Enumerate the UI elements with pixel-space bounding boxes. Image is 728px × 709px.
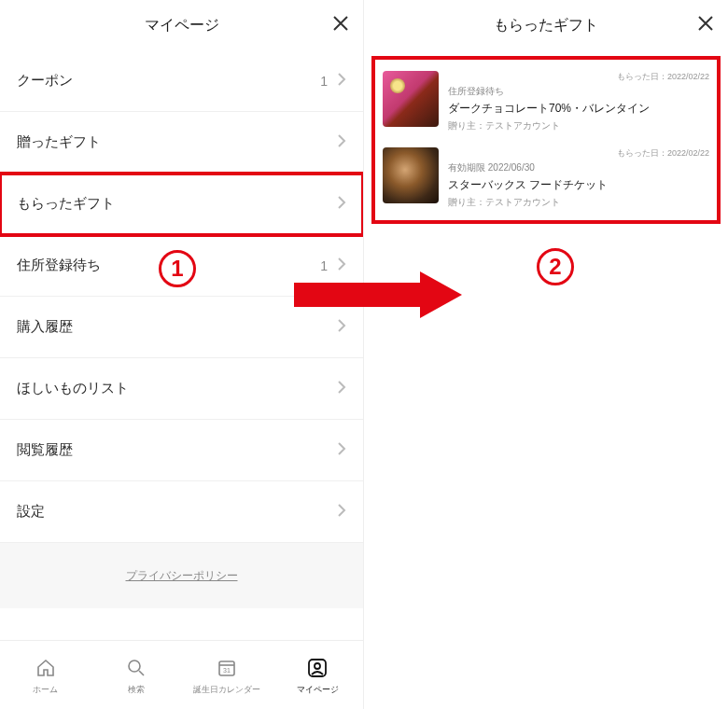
mypage-panel: マイページ クーポン 1 贈ったギフト もらったギフト 住所登録待ち 1 購入履… <box>0 0 364 709</box>
row-count: 1 <box>320 258 328 273</box>
gift-sender: 贈り主：テストアカウント <box>448 119 709 132</box>
gift-body: もらった日：2022/02/22 住所登録待ち ダークチョコレート70%・バレン… <box>448 71 709 132</box>
gift-received-date: もらった日：2022/02/22 <box>448 147 709 160</box>
row-label: 購入履歴 <box>17 318 337 336</box>
header: マイページ <box>0 0 363 50</box>
gift-thumbnail <box>383 71 439 127</box>
row-label: クーポン <box>17 72 320 90</box>
gift-list: もらった日：2022/02/22 住所登録待ち ダークチョコレート70%・バレン… <box>364 50 728 229</box>
gift-sender: 贈り主：テストアカウント <box>448 196 709 209</box>
svg-text:31: 31 <box>223 667 231 674</box>
tab-label: ホーム <box>33 684 58 696</box>
row-label: 住所登録待ち <box>17 257 320 274</box>
gift-name: ダークチョコレート70%・バレンタイン <box>448 101 709 117</box>
chevron-right-icon <box>337 257 346 275</box>
tab-label: 誕生日カレンダー <box>193 684 260 696</box>
row-label: 閲覧履歴 <box>17 441 337 459</box>
chevron-right-icon <box>337 380 346 398</box>
chevron-right-icon <box>337 503 346 521</box>
row-received-gifts[interactable]: もらったギフト <box>0 174 363 235</box>
received-gifts-panel: もらったギフト もらった日：2022/02/22 住所登録待ち ダークチョコレー… <box>364 0 728 709</box>
privacy-link[interactable]: プライバシーポリシー <box>126 568 238 584</box>
close-button[interactable] <box>696 14 715 36</box>
gift-name: スターバックス フードチケット <box>448 177 709 193</box>
home-icon <box>33 655 59 681</box>
row-settings[interactable]: 設定 <box>0 481 363 543</box>
tab-home[interactable]: ホーム <box>0 641 91 709</box>
row-address-pending[interactable]: 住所登録待ち 1 <box>0 235 363 297</box>
tab-calendar[interactable]: 31 誕生日カレンダー <box>182 641 273 709</box>
row-coupon[interactable]: クーポン 1 <box>0 50 363 112</box>
close-button[interactable] <box>331 14 350 36</box>
chevron-right-icon <box>337 318 346 337</box>
chevron-right-icon <box>337 72 346 90</box>
tab-label: 検索 <box>128 684 145 696</box>
row-label: 設定 <box>17 503 337 521</box>
tab-search[interactable]: 検索 <box>91 641 181 709</box>
tab-bar: ホーム 検索 31 誕生日カレンダー マイページ <box>0 640 363 709</box>
gift-expiry: 有効期限 2022/06/30 <box>448 161 709 174</box>
header: もらったギフト <box>364 0 728 50</box>
search-icon <box>123 655 149 681</box>
chevron-right-icon <box>337 195 346 214</box>
page-title: マイページ <box>145 16 219 35</box>
chevron-right-icon <box>337 133 346 152</box>
row-label: もらったギフト <box>17 195 337 213</box>
row-wishlist[interactable]: ほしいものリスト <box>0 358 363 420</box>
svg-point-0 <box>129 660 140 672</box>
page-title: もらったギフト <box>494 16 598 35</box>
calendar-icon: 31 <box>214 655 240 681</box>
highlight-box: もらった日：2022/02/22 住所登録待ち ダークチョコレート70%・バレン… <box>371 56 721 224</box>
row-purchase-history[interactable]: 購入履歴 <box>0 297 363 358</box>
person-icon <box>304 655 330 681</box>
row-label: ほしいものリスト <box>17 380 337 397</box>
gift-item[interactable]: もらった日：2022/02/22 有効期限 2022/06/30 スターバックス… <box>379 140 713 216</box>
svg-point-4 <box>315 663 320 669</box>
gift-received-date: もらった日：2022/02/22 <box>448 71 709 83</box>
gift-body: もらった日：2022/02/22 有効期限 2022/06/30 スターバックス… <box>448 147 709 209</box>
row-label: 贈ったギフト <box>17 133 337 151</box>
gift-thumbnail <box>383 147 439 203</box>
gift-item[interactable]: もらった日：2022/02/22 住所登録待ち ダークチョコレート70%・バレン… <box>379 63 713 140</box>
menu-list: クーポン 1 贈ったギフト もらったギフト 住所登録待ち 1 購入履歴 ほしいも… <box>0 50 363 640</box>
tab-mypage[interactable]: マイページ <box>273 641 363 709</box>
tab-label: マイページ <box>297 684 339 696</box>
chevron-right-icon <box>337 441 346 460</box>
close-icon <box>331 20 350 35</box>
row-browse-history[interactable]: 閲覧履歴 <box>0 420 363 481</box>
footer-area: プライバシーポリシー <box>0 543 363 608</box>
row-sent-gifts[interactable]: 贈ったギフト <box>0 112 363 174</box>
gift-status: 住所登録待ち <box>448 85 709 98</box>
close-icon <box>696 20 715 35</box>
row-count: 1 <box>320 74 328 89</box>
